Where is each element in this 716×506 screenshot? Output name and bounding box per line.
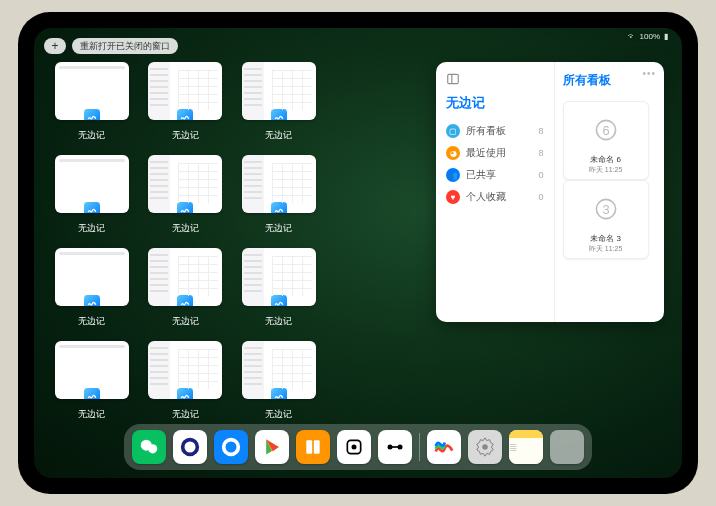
thumbnail-preview [148, 155, 222, 213]
freeform-app-icon [270, 387, 288, 399]
window-thumbnail[interactable]: 无边记 [239, 62, 319, 145]
sidebar-item[interactable]: 👥 已共享 0 [446, 164, 544, 186]
board-card[interactable]: 6 未命名 6 昨天 11:25 [563, 101, 649, 180]
window-thumbnail[interactable]: 无边记 [146, 62, 226, 145]
new-window-button[interactable]: + [44, 38, 66, 54]
thumbnail-preview [148, 248, 222, 306]
sidebar-item-count: 0 [539, 192, 544, 202]
sidebar-toggle-icon[interactable] [446, 72, 460, 86]
window-thumbnail[interactable]: 无边记 [146, 341, 226, 424]
thumbnail-label: 无边记 [265, 222, 292, 235]
dock: ≣ [124, 424, 592, 470]
sidebar-item[interactable]: ♥ 个人收藏 0 [446, 186, 544, 208]
freeform-panel[interactable]: ••• 无边记 ▢ 所有看板 8 ◕ 最近使用 8 👥 已共享 0 ♥ 个人收藏… [436, 62, 664, 322]
thumbnail-preview [55, 341, 129, 399]
svg-point-7 [148, 444, 157, 453]
window-thumbnail[interactable]: 无边记 [239, 341, 319, 424]
board-meta: 未命名 6 昨天 11:25 [568, 154, 644, 175]
sidebar-item-label: 最近使用 [466, 146, 506, 160]
freeform-app-icon [176, 387, 194, 399]
window-thumbnail[interactable]: 无边记 [239, 248, 319, 331]
play-app-icon[interactable] [255, 430, 289, 464]
sidebar-item-count: 0 [539, 170, 544, 180]
window-thumbnail[interactable]: 无边记 [146, 155, 226, 238]
window-thumbnail[interactable]: 无边记 [52, 62, 132, 145]
window-thumbnail[interactable]: 无边记 [52, 341, 132, 424]
wechat-app-icon[interactable] [132, 430, 166, 464]
freeform-app-icon [83, 387, 101, 399]
app-library-icon[interactable] [550, 430, 584, 464]
window-thumbnail[interactable]: 无边记 [52, 248, 132, 331]
windows-grid: 无边记 无边记 无边记 无边记 无边记 [52, 62, 412, 424]
thumbnail-preview [242, 155, 316, 213]
thumbnail-label: 无边记 [265, 408, 292, 421]
sidebar-item-label: 个人收藏 [466, 190, 506, 204]
quark-app-icon[interactable] [173, 430, 207, 464]
ipad-device: ᯤ 100% ▮ + 重新打开已关闭的窗口 无边记 无边记 [18, 12, 698, 494]
thumbnail-label: 无边记 [172, 408, 199, 421]
panel-title: 无边记 [446, 94, 544, 112]
svg-point-17 [482, 444, 488, 450]
freeform-app-icon [270, 294, 288, 306]
thumbnail-label: 无边记 [78, 222, 105, 235]
more-icon[interactable]: ••• [642, 68, 656, 79]
battery-icon: ▮ [664, 32, 668, 41]
freeform-app-icon[interactable] [427, 430, 461, 464]
thumbnail-label: 无边记 [78, 315, 105, 328]
thumbnail-preview [55, 62, 129, 120]
freeform-app-icon [176, 108, 194, 120]
svg-rect-11 [314, 440, 320, 453]
panel-sidebar: 无边记 ▢ 所有看板 8 ◕ 最近使用 8 👥 已共享 0 ♥ 个人收藏 0 [436, 62, 555, 322]
board-meta: 未命名 3 昨天 11:25 [568, 233, 644, 254]
sidebar-item-label: 已共享 [466, 168, 496, 182]
wifi-icon: ᯤ [628, 32, 636, 41]
thumbnail-label: 无边记 [265, 129, 292, 142]
settings-app-icon[interactable] [468, 430, 502, 464]
window-thumbnail[interactable]: 无边记 [239, 155, 319, 238]
thumbnail-label: 无边记 [78, 129, 105, 142]
reopen-label: 重新打开已关闭的窗口 [80, 40, 170, 53]
freeform-app-icon [83, 294, 101, 306]
svg-point-9 [224, 440, 239, 455]
sidebar-item-label: 所有看板 [466, 124, 506, 138]
category-icon: ♥ [446, 190, 460, 204]
thumbnail-preview [148, 341, 222, 399]
thumbnail-label: 无边记 [265, 315, 292, 328]
thumbnail-preview [242, 248, 316, 306]
thumbnail-preview [242, 341, 316, 399]
books-app-icon[interactable] [296, 430, 330, 464]
thumbnail-label: 无边记 [78, 408, 105, 421]
freeform-app-icon [176, 294, 194, 306]
svg-text:3: 3 [602, 202, 609, 217]
connect-app-icon[interactable] [378, 430, 412, 464]
top-controls: + 重新打开已关闭的窗口 [44, 38, 178, 54]
window-thumbnail[interactable]: 无边记 [52, 155, 132, 238]
notes-app-icon[interactable]: ≣ [509, 430, 543, 464]
status-bar: ᯤ 100% ▮ [628, 32, 668, 41]
svg-point-8 [183, 440, 198, 455]
freeform-app-icon [270, 201, 288, 213]
ipad-screen: ᯤ 100% ▮ + 重新打开已关闭的窗口 无边记 无边记 [34, 28, 682, 478]
category-icon: ▢ [446, 124, 460, 138]
sidebar-item[interactable]: ▢ 所有看板 8 [446, 120, 544, 142]
svg-text:6: 6 [602, 123, 609, 138]
qqbrowser-app-icon[interactable] [214, 430, 248, 464]
svg-rect-10 [306, 440, 312, 453]
svg-rect-0 [448, 74, 459, 83]
category-icon: ◕ [446, 146, 460, 160]
thumbnail-preview [242, 62, 316, 120]
sidebar-item-count: 8 [539, 126, 544, 136]
sidebar-item-count: 8 [539, 148, 544, 158]
svg-rect-16 [390, 446, 400, 448]
dice-app-icon[interactable] [337, 430, 371, 464]
window-thumbnail[interactable]: 无边记 [146, 248, 226, 331]
reopen-closed-window-button[interactable]: 重新打开已关闭的窗口 [72, 38, 178, 54]
sidebar-item[interactable]: ◕ 最近使用 8 [446, 142, 544, 164]
board-card[interactable]: 3 未命名 3 昨天 11:25 [563, 180, 649, 259]
thumbnail-label: 无边记 [172, 315, 199, 328]
thumbnail-preview [55, 155, 129, 213]
thumbnail-label: 无边记 [172, 222, 199, 235]
category-icon: 👥 [446, 168, 460, 182]
multitasking-area: 无边记 无边记 无边记 无边记 无边记 [52, 62, 664, 424]
thumbnail-preview [148, 62, 222, 120]
